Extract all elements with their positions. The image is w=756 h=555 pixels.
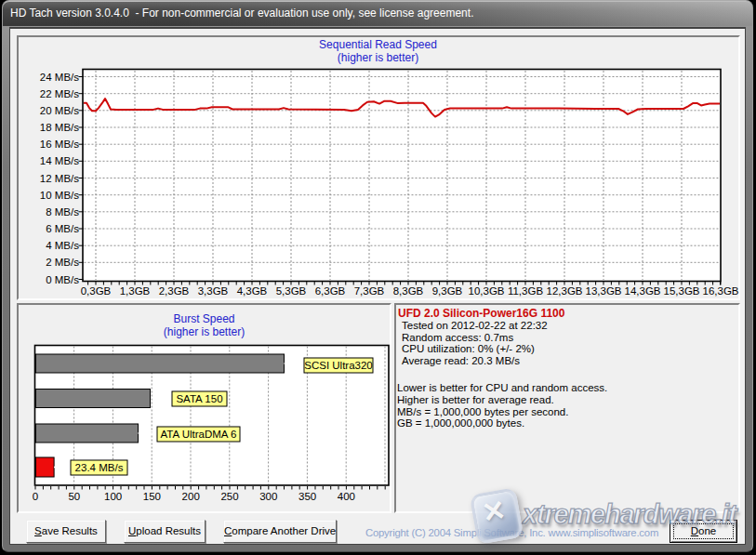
svg-text:150: 150 bbox=[143, 491, 161, 502]
svg-text:10,3GB: 10,3GB bbox=[469, 285, 505, 297]
svg-text:SATA 150: SATA 150 bbox=[176, 393, 222, 404]
svg-text:2,3GB: 2,3GB bbox=[159, 285, 190, 297]
svg-text:14 MB/s: 14 MB/s bbox=[40, 155, 79, 166]
svg-text:10 MB/s: 10 MB/s bbox=[40, 190, 79, 201]
svg-text:14,3GB: 14,3GB bbox=[625, 285, 661, 297]
svg-text:20 MB/s: 20 MB/s bbox=[40, 105, 79, 116]
svg-text:18 MB/s: 18 MB/s bbox=[40, 122, 79, 133]
svg-text:9,3GB: 9,3GB bbox=[432, 285, 463, 297]
svg-text:13,3GB: 13,3GB bbox=[586, 285, 622, 297]
svg-text:2 MB/s: 2 MB/s bbox=[46, 257, 79, 268]
svg-text:1,3GB: 1,3GB bbox=[120, 285, 151, 297]
svg-text:250: 250 bbox=[220, 491, 238, 502]
svg-text:100: 100 bbox=[104, 491, 122, 502]
svg-text:50: 50 bbox=[68, 491, 80, 502]
svg-text:8,3GB: 8,3GB bbox=[393, 285, 424, 297]
svg-text:350: 350 bbox=[298, 491, 316, 502]
svg-text:12,3GB: 12,3GB bbox=[547, 285, 583, 297]
svg-text:5,3GB: 5,3GB bbox=[276, 285, 307, 297]
svg-text:22 MB/s: 22 MB/s bbox=[40, 88, 79, 99]
svg-text:7,3GB: 7,3GB bbox=[354, 285, 385, 297]
svg-text:400: 400 bbox=[338, 491, 355, 502]
svg-text:300: 300 bbox=[259, 491, 277, 502]
svg-text:23.4 MB/s: 23.4 MB/s bbox=[75, 462, 124, 473]
svg-text:ATA UltraDMA 6: ATA UltraDMA 6 bbox=[160, 429, 236, 440]
svg-text:SCSI Ultra320: SCSI Ultra320 bbox=[304, 360, 373, 371]
svg-text:11,3GB: 11,3GB bbox=[508, 285, 543, 297]
svg-text:4,3GB: 4,3GB bbox=[237, 285, 268, 297]
svg-text:15,3GB: 15,3GB bbox=[664, 285, 700, 297]
svg-text:200: 200 bbox=[182, 491, 200, 502]
svg-text:0: 0 bbox=[33, 491, 38, 502]
svg-text:0,3GB: 0,3GB bbox=[81, 285, 112, 297]
svg-text:3,3GB: 3,3GB bbox=[198, 285, 229, 297]
svg-text:16 MB/s: 16 MB/s bbox=[40, 139, 79, 150]
svg-text:16,3GB: 16,3GB bbox=[703, 285, 739, 297]
svg-text:8 MB/s: 8 MB/s bbox=[46, 206, 79, 218]
svg-text:0 MB/s: 0 MB/s bbox=[46, 274, 79, 285]
svg-text:6,3GB: 6,3GB bbox=[315, 285, 346, 297]
svg-text:12 MB/s: 12 MB/s bbox=[40, 173, 79, 184]
svg-text:6 MB/s: 6 MB/s bbox=[46, 223, 79, 234]
svg-text:24 MB/s: 24 MB/s bbox=[40, 72, 79, 83]
svg-text:4 MB/s: 4 MB/s bbox=[46, 240, 79, 251]
